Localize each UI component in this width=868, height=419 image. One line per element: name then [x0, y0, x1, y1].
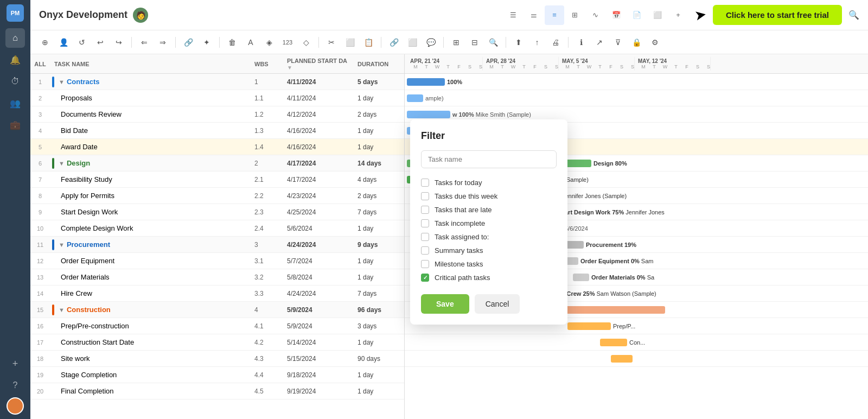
view-pulse-icon[interactable]: ∿ — [586, 5, 605, 25]
project-title: Onyx Development 🧑 — [39, 8, 497, 23]
sidebar-icon-clock[interactable]: ⏱ — [5, 72, 25, 91]
tool-paste[interactable]: 📋 — [360, 34, 376, 50]
tool-zoom[interactable]: 🔍 — [485, 34, 501, 50]
search-icon[interactable]: 🔍 — [848, 10, 859, 20]
sidebar-icon-people[interactable]: 👥 — [5, 93, 25, 113]
view-chart-icon[interactable]: ⚌ — [524, 5, 544, 25]
sidebar-icon-briefcase[interactable]: 💼 — [5, 115, 25, 135]
top-bar: Onyx Development 🧑 ☰ ⚌ ≡ ⊞ ∿ 📅 📄 ⬜ + ➤ C… — [30, 0, 868, 30]
tool-comment[interactable]: 💬 — [423, 34, 439, 50]
trial-button[interactable]: Click here to start free trial — [713, 5, 842, 25]
filter-modal-overlay: Filter Tasks for today Tasks due this we… — [30, 54, 868, 419]
filter-option-today[interactable]: Tasks for today — [421, 176, 557, 189]
filter-checkbox-today[interactable] — [421, 179, 429, 187]
filter-checkbox-critical[interactable]: ✓ — [421, 274, 429, 282]
filter-option-milestone[interactable]: Milestone tasks — [421, 257, 557, 271]
filter-buttons: Save Cancel — [421, 294, 557, 314]
tool-indent-right[interactable]: ⇒ — [155, 34, 171, 50]
view-frame-icon[interactable]: ⬜ — [648, 5, 667, 25]
tool-rows[interactable]: ⊟ — [467, 34, 483, 50]
tool-send[interactable]: ↗ — [591, 34, 608, 50]
tool-user[interactable]: 👤 — [55, 34, 72, 50]
filter-checkbox-incomplete[interactable] — [421, 219, 429, 227]
tool-fill[interactable]: ◈ — [261, 34, 277, 50]
tool-add[interactable]: ⊕ — [37, 34, 53, 50]
left-sidebar: PM ⌂ 🔔 ⏱ 👥 💼 + ? — [0, 0, 30, 419]
tool-export-share[interactable]: ↑ — [529, 34, 545, 50]
tool-link[interactable]: 🔗 — [180, 34, 196, 50]
tool-unlink[interactable]: ✦ — [199, 34, 215, 50]
tool-link2[interactable]: 🔗 — [386, 34, 402, 50]
filter-option-critical[interactable]: ✓ Critical path tasks — [421, 271, 557, 284]
filter-option-incomplete[interactable]: Task incomplete — [421, 217, 557, 230]
filter-option-week[interactable]: Tasks due this week — [421, 189, 557, 203]
view-doc-icon[interactable]: 📄 — [627, 5, 647, 25]
filter-title: Filter — [421, 130, 557, 142]
tool-cols[interactable]: ⊞ — [448, 34, 464, 50]
sidebar-icon-add[interactable]: + — [5, 354, 25, 373]
sidebar-icon-question[interactable]: ? — [5, 376, 25, 395]
tool-delete[interactable]: 🗑 — [224, 34, 240, 50]
filter-modal: Filter Tasks for today Tasks due this we… — [410, 119, 567, 325]
tool-refresh[interactable]: ↺ — [74, 34, 90, 50]
arrow-hint: ➤ — [693, 5, 707, 24]
sidebar-icon-home[interactable]: ⌂ — [5, 28, 25, 48]
tool-cut[interactable]: ✂ — [323, 34, 340, 50]
tool-undo[interactable]: ↩ — [92, 34, 108, 50]
content-area: ALL TASK NAME WBS PLANNED START DA ▼ DUR… — [30, 54, 868, 419]
pm-logo[interactable]: PM — [7, 4, 24, 22]
filter-checkbox-summary[interactable] — [421, 246, 429, 255]
sidebar-icon-bell[interactable]: 🔔 — [5, 50, 25, 69]
filter-checkbox-assigned[interactable] — [421, 233, 429, 241]
filter-option-assigned[interactable]: Task assigned to: — [421, 230, 557, 244]
filter-option-summary[interactable]: Summary tasks — [421, 244, 557, 257]
filter-save-button[interactable]: Save — [421, 294, 469, 314]
toolbar: ⊕ 👤 ↺ ↩ ↪ ⇐ ⇒ 🔗 ✦ 🗑 A ◈ 123 ◇ ✂ ⬜ 📋 🔗 ⬜ … — [30, 30, 868, 54]
tool-settings[interactable]: ⚙ — [647, 34, 663, 50]
project-avatar: 🧑 — [133, 8, 148, 23]
tool-redo[interactable]: ↪ — [111, 34, 127, 50]
tool-copy[interactable]: ⬜ — [342, 34, 358, 50]
filter-checkbox-week[interactable] — [421, 192, 429, 200]
tool-filter[interactable]: ⊽ — [610, 34, 626, 50]
tool-diamond[interactable]: ◇ — [298, 34, 314, 50]
tool-info[interactable]: ℹ — [573, 34, 589, 50]
filter-checkbox-milestone[interactable] — [421, 260, 429, 268]
tool-indent-left[interactable]: ⇐ — [136, 34, 152, 50]
tool-text-color[interactable]: A — [242, 34, 259, 50]
filter-cancel-button[interactable]: Cancel — [475, 294, 520, 314]
view-gantt-icon[interactable]: ≡ — [545, 5, 564, 25]
tool-123[interactable]: 123 — [279, 34, 296, 50]
user-avatar[interactable] — [7, 397, 24, 415]
view-list-icon[interactable]: ☰ — [503, 5, 523, 25]
filter-checkbox-late[interactable] — [421, 206, 429, 214]
view-calendar-icon[interactable]: 📅 — [607, 5, 626, 25]
tool-export-up[interactable]: ⬆ — [510, 34, 527, 50]
view-add-icon[interactable]: + — [668, 5, 688, 25]
tool-print[interactable]: 🖨 — [547, 34, 564, 50]
tool-square[interactable]: ⬜ — [404, 34, 420, 50]
view-grid-icon[interactable]: ⊞ — [565, 5, 585, 25]
view-tabs: ☰ ⚌ ≡ ⊞ ∿ 📅 📄 ⬜ + — [503, 5, 688, 25]
filter-option-late[interactable]: Tasks that are late — [421, 203, 557, 217]
tool-lock[interactable]: 🔒 — [628, 34, 644, 50]
filter-task-name-input[interactable] — [421, 150, 557, 168]
